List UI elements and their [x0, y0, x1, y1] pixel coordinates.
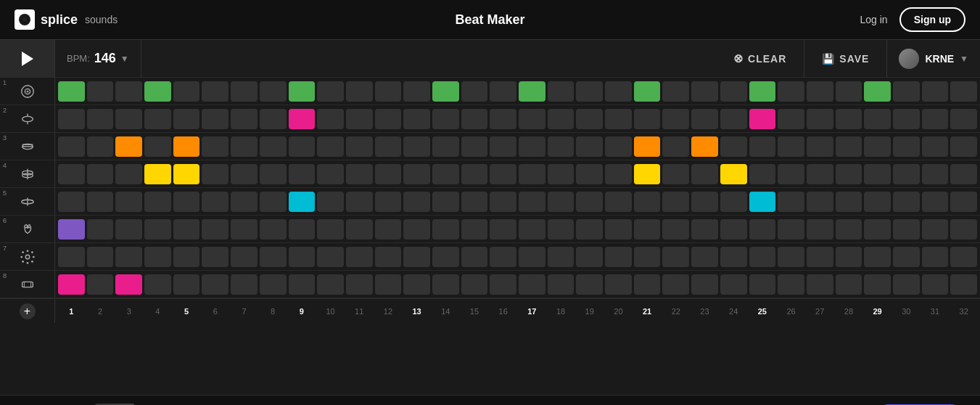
beat-cell[interactable]: [260, 81, 287, 102]
beat-cell[interactable]: [922, 136, 949, 157]
beat-cell[interactable]: [260, 219, 287, 240]
beat-cell[interactable]: [778, 192, 804, 212]
beat-cell[interactable]: [749, 247, 776, 267]
row-icon-7[interactable]: 77: [0, 243, 55, 270]
beat-cell[interactable]: [893, 274, 920, 295]
beat-cell[interactable]: [605, 136, 632, 157]
beat-cell[interactable]: [346, 219, 373, 240]
beat-cell[interactable]: [836, 274, 862, 295]
beat-cell[interactable]: [778, 136, 804, 157]
beat-cell[interactable]: [922, 247, 949, 267]
beat-cell[interactable]: [173, 136, 200, 157]
beat-cell[interactable]: [403, 219, 430, 240]
beat-cell[interactable]: [202, 136, 228, 157]
beat-cell[interactable]: [691, 274, 718, 295]
beat-cell[interactable]: [58, 109, 85, 129]
beat-cell[interactable]: [605, 274, 632, 295]
beat-cell[interactable]: [778, 219, 804, 240]
beat-cell[interactable]: [375, 247, 402, 267]
beat-cell[interactable]: [893, 109, 920, 129]
beat-cell[interactable]: [490, 247, 516, 267]
beat-cell[interactable]: [662, 164, 689, 184]
beat-cell[interactable]: [634, 109, 661, 129]
beat-cell[interactable]: [950, 164, 977, 184]
beat-cell[interactable]: [720, 219, 747, 240]
beat-cell[interactable]: [778, 247, 804, 267]
beat-cell[interactable]: [548, 192, 575, 212]
beat-cell[interactable]: [58, 219, 85, 240]
beat-cell[interactable]: [490, 81, 516, 102]
beat-cell[interactable]: [144, 192, 171, 212]
beat-cell[interactable]: [173, 274, 200, 295]
beat-cell[interactable]: [115, 164, 142, 184]
beat-cell[interactable]: [260, 192, 287, 212]
beat-cell[interactable]: [317, 247, 344, 267]
beat-cell[interactable]: [950, 109, 977, 129]
beat-cell[interactable]: [519, 109, 545, 129]
beat-cell[interactable]: [231, 109, 258, 129]
beat-cell[interactable]: [749, 164, 776, 184]
beat-cell[interactable]: [778, 164, 804, 184]
beat-cell[interactable]: [289, 164, 316, 184]
signup-button[interactable]: Sign up: [899, 7, 965, 32]
beat-cell[interactable]: [864, 136, 891, 157]
beat-cell[interactable]: [461, 164, 488, 184]
beat-cell[interactable]: [893, 247, 920, 267]
beat-cell[interactable]: [836, 81, 862, 102]
beat-cell[interactable]: [519, 247, 545, 267]
beat-cell[interactable]: [576, 274, 603, 295]
beat-cell[interactable]: [922, 109, 949, 129]
row-icon-3[interactable]: 33: [0, 133, 55, 160]
beat-cell[interactable]: [461, 136, 488, 157]
beat-cell[interactable]: [432, 192, 459, 212]
beat-cell[interactable]: [519, 164, 545, 184]
beat-cell[interactable]: [576, 109, 603, 129]
row-icon-8[interactable]: 88: [0, 271, 55, 298]
beat-cell[interactable]: [87, 247, 114, 267]
beat-cell[interactable]: [893, 164, 920, 184]
beat-cell[interactable]: [260, 247, 287, 267]
beat-cell[interactable]: [432, 247, 459, 267]
beat-cell[interactable]: [432, 81, 459, 102]
beat-cell[interactable]: [375, 219, 402, 240]
beat-cell[interactable]: [548, 219, 575, 240]
beat-cell[interactable]: [836, 247, 862, 267]
beat-cell[interactable]: [691, 81, 718, 102]
beat-cell[interactable]: [807, 192, 833, 212]
beat-cell[interactable]: [231, 81, 258, 102]
beat-cell[interactable]: [720, 109, 747, 129]
beat-cell[interactable]: [173, 81, 200, 102]
beat-cell[interactable]: [87, 219, 114, 240]
beat-cell[interactable]: [346, 164, 373, 184]
beat-cell[interactable]: [922, 219, 949, 240]
beat-cell[interactable]: [605, 247, 632, 267]
beat-cell[interactable]: [58, 274, 85, 295]
bpm-value[interactable]: 146: [94, 51, 116, 66]
beat-cell[interactable]: [490, 274, 516, 295]
beat-cell[interactable]: [662, 136, 689, 157]
beat-cell[interactable]: [836, 109, 862, 129]
beat-cell[interactable]: [260, 164, 287, 184]
beat-cell[interactable]: [461, 109, 488, 129]
beat-cell[interactable]: [548, 81, 575, 102]
beat-cell[interactable]: [403, 136, 430, 157]
beat-cell[interactable]: [548, 274, 575, 295]
beat-cell[interactable]: [778, 274, 804, 295]
beat-cell[interactable]: [893, 192, 920, 212]
beat-cell[interactable]: [403, 192, 430, 212]
beat-cell[interactable]: [461, 247, 488, 267]
beat-cell[interactable]: [662, 81, 689, 102]
beat-cell[interactable]: [432, 219, 459, 240]
beat-cell[interactable]: [864, 247, 891, 267]
beat-cell[interactable]: [202, 192, 228, 212]
beat-cell[interactable]: [576, 192, 603, 212]
beat-cell[interactable]: [893, 136, 920, 157]
beat-cell[interactable]: [317, 109, 344, 129]
beat-cell[interactable]: [173, 192, 200, 212]
beat-cell[interactable]: [950, 192, 977, 212]
beat-cell[interactable]: [202, 219, 228, 240]
beat-cell[interactable]: [778, 81, 804, 102]
beat-cell[interactable]: [115, 109, 142, 129]
beat-cell[interactable]: [58, 247, 85, 267]
beat-cell[interactable]: [289, 192, 316, 212]
